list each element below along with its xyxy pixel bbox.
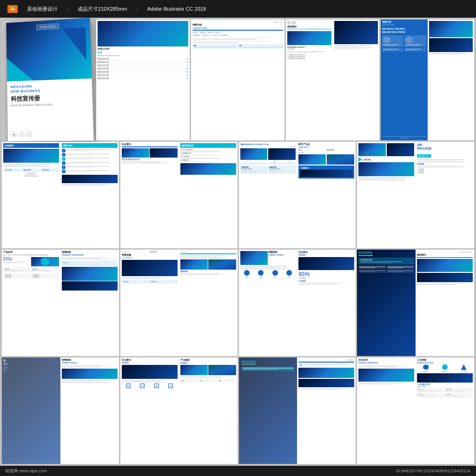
showcase-title: 案例展示 (417, 254, 473, 257)
network2-right: 案例展示 01 (297, 357, 356, 464)
spread-history: 历史沿革 SCIENTIFIC INNOVATION 工业智能 PORTFOLI… (357, 357, 474, 464)
top-bar: Ai 原创画册设计 / 成品尺寸210X285mm / Adobe Illust… (0, 0, 476, 18)
feature-left: PAGE 0/00 智慧功能 CONTENT HERE 2012 ▲ 2016 … (191, 20, 284, 140)
case-image-right (334, 21, 378, 44)
case-title: 典型案例 (287, 26, 331, 28)
iot-right: 物联网科技 ● Put上连接标识 ● 智联网内容 ● 产业链路 ● 智能协作 (179, 142, 238, 248)
finance-image (122, 260, 178, 276)
product-title: 产品应用 (3, 251, 59, 254)
iot-title: 社会责任 (122, 143, 178, 146)
service-right: 维护方向 1 2 (60, 142, 119, 248)
resp-img2 (180, 365, 208, 375)
service-left: 信息服务 产业布局 服务范围 应用领域 抗病毒服务 MORE MESSAGE (2, 142, 60, 248)
industrial-title: 工业智能 (417, 359, 473, 362)
cover-image: YOUR LOGO (6, 18, 92, 81)
cover-cn-title: 科技宣传册 (11, 93, 88, 103)
cluster-img1 (240, 251, 268, 265)
cluster-right: 社会责任 科技园区 85% 产业集群 产业集群 (297, 250, 356, 356)
finance-img3 (208, 259, 236, 270)
resp-left: 社会责任 科技园区 ⊙ ⊙ ⊙ ⊙ (120, 357, 179, 464)
provide-title: WEPROVIDE (417, 143, 473, 150)
ai-logo: Ai (7, 5, 18, 13)
network-left: 精准运营系统 OUR NETWORK ● 网络覆盖范围 (357, 250, 416, 356)
divider1: / (67, 6, 68, 12)
size-label: 成品尺寸210X285mm (78, 6, 127, 13)
solution-right (428, 20, 475, 140)
showcase-img1 (417, 259, 473, 272)
bottom-bar: 昵图网 www.nipic.com ID:948153 NO:202404080… (0, 466, 476, 476)
network-title: 精准运营系统 (358, 251, 414, 254)
digital-title: 数字产业化 (298, 143, 354, 146)
product-left: 产品应用 AUT UNDO CONSEND OTIATE INACIATUR A… (2, 250, 60, 356)
provide-person-img (358, 162, 414, 176)
service-image (3, 149, 59, 163)
spread-auto: 智能自动化DEVELOPMENT GOAL PAGE 0/00 01 02 (239, 142, 356, 248)
case-right (333, 20, 380, 140)
auto-img1 (240, 148, 268, 160)
finance-left: 企业介绍 智慧金融 THE COMPANY 稀缺资源 产品系列 稀缺资源 (120, 250, 179, 356)
smart2-bg (2, 357, 60, 464)
spread-network: 精准运营系统 OUR NETWORK ● 网络覆盖范围 (357, 250, 474, 356)
toc-image (98, 21, 188, 46)
spread-case: ○ ○ 典型案例 BUSINESS LAYOUT 领先独家 ● 领先独家内容方案… (286, 20, 379, 140)
provide-person-img-label: 公司介绍 (363, 159, 370, 161)
provide-img1 (358, 143, 386, 156)
provide-left: 公司介绍 (357, 142, 416, 248)
resp-image (122, 365, 178, 379)
auto-img2 (268, 148, 296, 160)
cover-block: YOUR LOGO BROCHURE NEW BUSINESS 科技宣传册 NE… (2, 20, 95, 140)
product-right: 智慧家政 STRATEGIC COOPERATION 合作方向 (60, 250, 119, 356)
digital-img2 (327, 154, 354, 165)
smart-title: 智慧家政 (62, 251, 118, 254)
iot-subtitle: 物联网科技 (180, 143, 236, 148)
main-content: YOUR LOGO BROCHURE NEW BUSINESS 科技宣传册 NE… (0, 18, 476, 466)
iot-image (180, 163, 236, 175)
divider2: / (136, 6, 138, 12)
resp-img3 (208, 365, 236, 375)
digital-img1 (298, 154, 326, 165)
network2-bg (239, 357, 298, 464)
resp-right: 产业集群 科技园区 内容 内容 内容 (179, 357, 238, 464)
solution-image (429, 21, 473, 37)
spread-toc: DIRECTORY 目录 Medical Selection Preview 模… (96, 20, 190, 140)
smart-image2 (62, 281, 118, 291)
digital-img3 (300, 170, 353, 177)
case-left: ○ ○ 典型案例 BUSINESS LAYOUT 领先独家 ● 领先独家内容方案… (286, 20, 333, 140)
network2-left: 精准运营系统 OUR NETWORK (239, 357, 298, 464)
history-right: 工业智能 PORTFOLIO OF 2020 战略合并 内容项目 工业布局 (416, 357, 474, 464)
resp-right-title: 产业集群 (180, 359, 236, 362)
feature-title: 智慧功能 (192, 24, 283, 26)
cover-triangle-1 (6, 55, 36, 81)
solution-left-dark: 智慧云防 CONTENT HERE WE MAKE THE BESTDESIGN… (381, 20, 428, 140)
toc-directory: DIRECTORY (98, 48, 188, 51)
cover-content: BROCHURE NEW BUSINESS 科技宣传册 NEW BUSINESS… (7, 79, 93, 111)
solution-title-dark: 智慧云防 (382, 21, 426, 23)
provide-img2 (387, 143, 414, 156)
row-1: YOUR LOGO BROCHURE NEW BUSINESS 科技宣传册 NE… (2, 20, 474, 140)
network2-img2 (298, 379, 354, 387)
product-heximg (31, 257, 59, 266)
history-image (358, 369, 414, 382)
auto-left: 智能自动化DEVELOPMENT GOAL PAGE 0/00 01 02 (239, 142, 298, 248)
spread-network2: 精准运营系统 OUR NETWORK 案例展示 01 (239, 357, 356, 464)
case-image (287, 31, 331, 45)
industrial-image (417, 373, 473, 383)
cluster-image (298, 257, 354, 270)
network2-img1 (298, 368, 354, 378)
spread-solution: 智慧云防 CONTENT HERE WE MAKE THE BESTDESIGN… (381, 20, 474, 140)
spread-finance: 企业介绍 智慧金融 THE COMPANY 稀缺资源 产品系列 稀缺资源 (120, 250, 238, 356)
toc-left: DIRECTORY 目录 Medical Selection Preview 模… (96, 20, 190, 140)
smart2-img (62, 369, 118, 379)
solution-image2 (429, 38, 473, 52)
smart2-left: 9. 2016 25 ▲ 120 ▲ 1000 80 (2, 357, 60, 464)
smart2-right: 智慧家政 COMPANY PROFILE (60, 357, 119, 464)
cover-icon-1: ☎ (11, 132, 17, 138)
service-subtitle: 维护方向 (62, 143, 118, 148)
showcase-img2 (417, 273, 473, 282)
iot-img2 (150, 148, 177, 158)
spread-feature: PAGE 0/00 智慧功能 CONTENT HERE 2012 ▲ 2016 … (191, 20, 284, 140)
row-4: 9. 2016 25 ▲ 120 ▲ 1000 80 智慧家政 COMPANY … (2, 357, 474, 464)
spread-responsibility: 社会责任 科技园区 ⊙ ⊙ ⊙ ⊙ (120, 357, 238, 464)
service-image2 (62, 175, 118, 183)
spread-service: 信息服务 产业布局 服务范围 应用领域 抗病毒服务 MORE MESSAGE 维… (2, 142, 119, 248)
